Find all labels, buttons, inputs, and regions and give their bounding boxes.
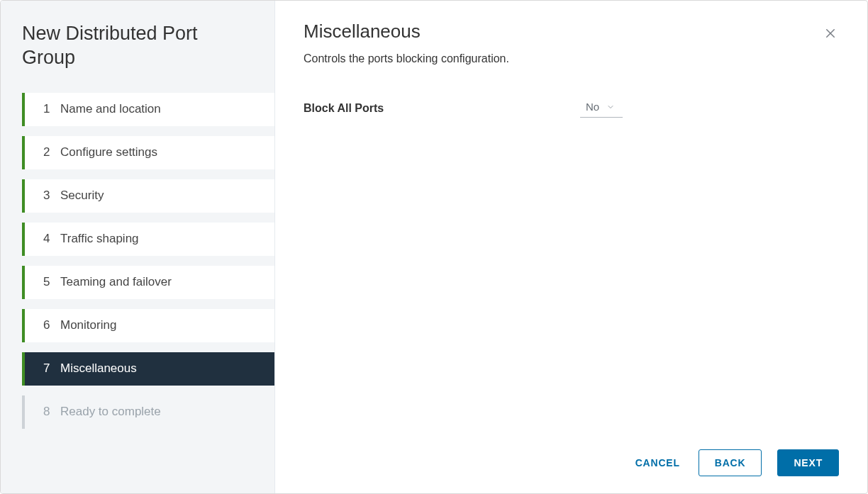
close-button[interactable] xyxy=(822,25,839,42)
step-label: Ready to complete xyxy=(60,405,161,419)
step-number: 5 xyxy=(43,275,60,289)
step-number: 3 xyxy=(43,189,60,203)
step-label: Miscellaneous xyxy=(60,361,137,376)
block-all-ports-label: Block All Ports xyxy=(304,102,580,115)
step-number: 8 xyxy=(43,405,60,419)
step-miscellaneous[interactable]: 7 Miscellaneous xyxy=(22,352,274,386)
step-number: 1 xyxy=(43,102,60,116)
wizard-title: New Distributed Port Group xyxy=(1,22,274,93)
wizard-footer: CANCEL BACK NEXT xyxy=(304,435,839,493)
step-number: 7 xyxy=(43,361,60,376)
step-ready-to-complete: 8 Ready to complete xyxy=(22,395,274,429)
step-monitoring[interactable]: 6 Monitoring xyxy=(22,309,274,342)
step-number: 6 xyxy=(43,318,60,332)
new-dport-group-dialog: New Distributed Port Group 1 Name and lo… xyxy=(1,1,867,493)
step-teaming-and-failover[interactable]: 5 Teaming and failover xyxy=(22,266,274,299)
next-button[interactable]: NEXT xyxy=(777,449,839,476)
wizard-steps: 1 Name and location 2 Configure settings… xyxy=(1,93,274,429)
back-button[interactable]: BACK xyxy=(699,449,762,476)
block-all-ports-row: Block All Ports No xyxy=(304,99,839,118)
chevron-down-icon xyxy=(606,103,615,111)
step-label: Name and location xyxy=(60,102,161,116)
step-name-and-location[interactable]: 1 Name and location xyxy=(22,93,274,126)
step-traffic-shaping[interactable]: 4 Traffic shaping xyxy=(22,223,274,256)
page-subtitle: Controls the ports blocking configuratio… xyxy=(304,52,509,65)
step-security[interactable]: 3 Security xyxy=(22,179,274,213)
block-all-ports-value: No xyxy=(586,101,599,113)
step-label: Teaming and failover xyxy=(60,275,172,289)
step-configure-settings[interactable]: 2 Configure settings xyxy=(22,136,274,169)
step-label: Traffic shaping xyxy=(60,232,139,246)
page-title: Miscellaneous xyxy=(304,21,509,43)
step-number: 2 xyxy=(43,145,60,159)
step-label: Monitoring xyxy=(60,318,116,332)
close-icon xyxy=(824,27,837,40)
step-label: Configure settings xyxy=(60,145,157,159)
wizard-main: Miscellaneous Controls the ports blockin… xyxy=(275,1,867,493)
main-header: Miscellaneous Controls the ports blockin… xyxy=(304,21,839,99)
step-label: Security xyxy=(60,189,104,203)
block-all-ports-select[interactable]: No xyxy=(580,99,623,118)
wizard-sidebar: New Distributed Port Group 1 Name and lo… xyxy=(1,1,275,493)
cancel-button[interactable]: CANCEL xyxy=(633,450,683,476)
step-number: 4 xyxy=(43,232,60,246)
